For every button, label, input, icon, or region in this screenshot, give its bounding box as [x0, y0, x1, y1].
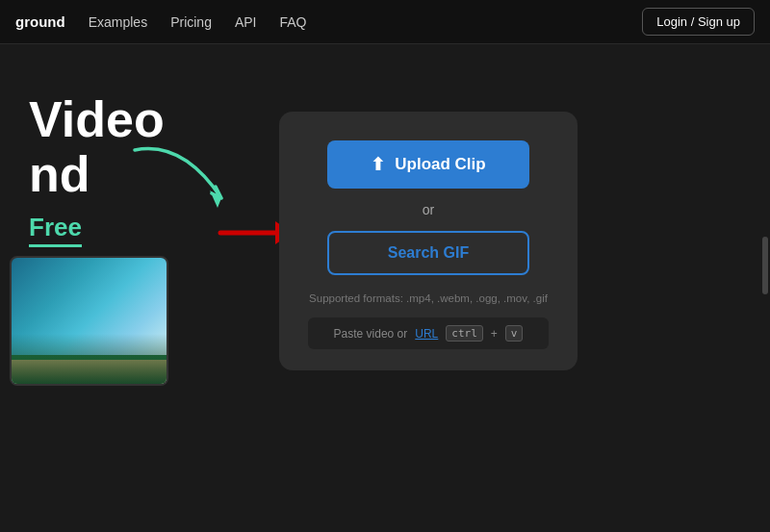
- hero-free-label: Free: [29, 213, 82, 247]
- nav-item-pricing[interactable]: Pricing: [170, 14, 212, 30]
- search-gif-button[interactable]: Search GIF: [327, 231, 529, 275]
- beach-sand: [12, 360, 167, 384]
- upload-clip-label: Upload Clip: [395, 155, 485, 174]
- upload-clip-button[interactable]: ⬆ Upload Clip: [327, 140, 529, 189]
- nav-item-api[interactable]: API: [235, 14, 257, 30]
- scrollbar[interactable]: [762, 237, 768, 294]
- nav-item-faq[interactable]: FAQ: [280, 14, 307, 30]
- navbar: ground Examples Pricing API FAQ Login / …: [0, 0, 770, 44]
- ctrl-key: ctrl: [446, 325, 483, 342]
- login-button[interactable]: Login / Sign up: [642, 8, 755, 36]
- video-thumbnail: [10, 256, 168, 386]
- or-divider: or: [423, 202, 434, 217]
- paste-bar: Paste video or URL ctrl + v: [308, 317, 549, 349]
- plus-symbol: +: [491, 327, 498, 341]
- hero-section: Video nd Free ⬆ Upload Clip or Search GI…: [0, 44, 770, 83]
- nav-item-examples[interactable]: Examples: [89, 14, 147, 30]
- upload-panel: ⬆ Upload Clip or Search GIF Supported fo…: [279, 112, 578, 370]
- hero-title-line1: Video: [29, 92, 165, 147]
- nav-left: ground Examples Pricing API FAQ: [15, 13, 307, 30]
- url-link[interactable]: URL: [415, 327, 438, 341]
- v-key: v: [505, 325, 524, 342]
- upload-icon: ⬆: [371, 154, 385, 175]
- paste-label: Paste video or: [334, 327, 408, 341]
- video-thumb-inner: [12, 258, 167, 384]
- supported-formats-text: Supported formats: .mp4, .webm, .ogg, .m…: [309, 292, 548, 304]
- nav-brand: ground: [15, 13, 65, 30]
